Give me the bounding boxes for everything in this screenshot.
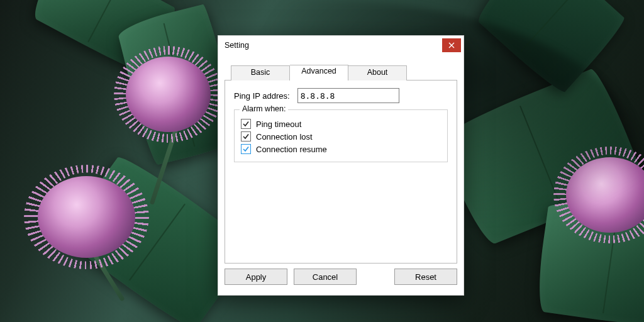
check-ping-timeout[interactable]: Ping timeout	[241, 119, 441, 129]
close-button[interactable]	[442, 38, 461, 52]
cancel-button[interactable]: Cancel	[294, 269, 357, 285]
tab-page-advanced: Ping IP addres: Alarm when: Ping timeout…	[225, 80, 457, 264]
dialog-buttons: Apply Cancel Reset	[225, 269, 457, 287]
titlebar: Setting	[218, 36, 464, 55]
check-connection-lost[interactable]: Connection lost	[241, 131, 441, 142]
tab-label: Advanced	[301, 67, 336, 75]
close-icon	[448, 41, 455, 50]
button-label: Apply	[246, 272, 267, 282]
tab-strip: Basic Advanced About	[231, 65, 457, 80]
check-label: Connection resume	[256, 145, 327, 154]
apply-button[interactable]: Apply	[225, 269, 287, 285]
alarm-groupbox: Alarm when: Ping timeout Connection lost…	[234, 109, 448, 162]
checkbox-icon	[241, 131, 251, 142]
tab-basic[interactable]: Basic	[231, 65, 290, 80]
desktop-wallpaper: Setting Basic Advanced About Ping IP add…	[0, 0, 644, 322]
window-title: Setting	[225, 41, 249, 50]
checkbox-icon	[241, 119, 251, 129]
tab-about[interactable]: About	[348, 65, 407, 80]
check-label: Ping timeout	[256, 119, 301, 129]
alarm-group-label: Alarm when:	[240, 104, 288, 113]
check-connection-resume[interactable]: Connection resume	[241, 144, 441, 154]
settings-dialog: Setting Basic Advanced About Ping IP add…	[218, 35, 464, 296]
reset-button[interactable]: Reset	[394, 269, 457, 285]
dialog-client: Basic Advanced About Ping IP addres: Ala…	[225, 65, 457, 289]
button-label: Cancel	[313, 272, 338, 282]
ping-ip-input[interactable]	[297, 88, 399, 103]
button-label: Reset	[415, 272, 436, 282]
check-label: Connection lost	[256, 132, 313, 142]
checkbox-icon	[241, 144, 251, 154]
tab-label: About	[367, 68, 388, 77]
tab-label: Basic	[251, 68, 270, 77]
tab-advanced[interactable]: Advanced	[290, 65, 348, 80]
ping-ip-label: Ping IP addres:	[234, 91, 290, 101]
